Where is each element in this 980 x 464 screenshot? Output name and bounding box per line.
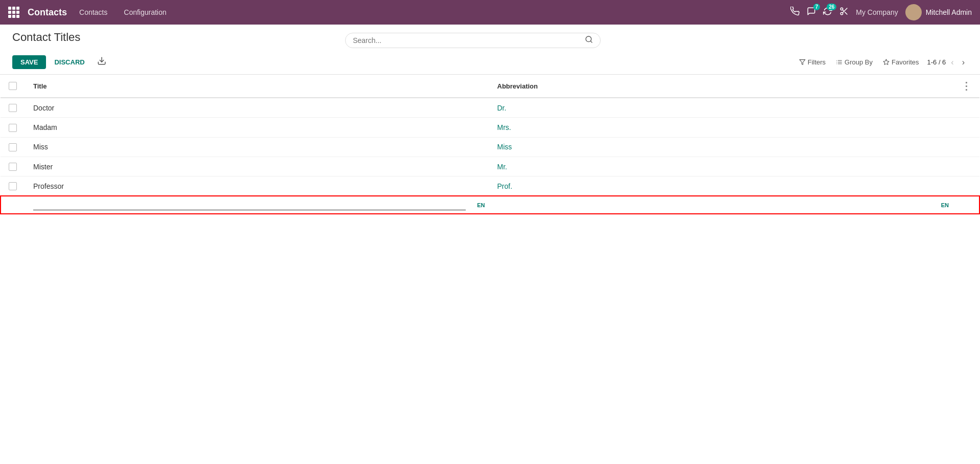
new-title-en-badge: EN	[477, 202, 485, 208]
row-options-cell	[953, 176, 979, 196]
new-row-options-cell	[953, 196, 979, 214]
svg-line-3	[845, 12, 847, 14]
new-title-input[interactable]	[33, 200, 466, 210]
favorites-label: Favorites	[892, 58, 919, 66]
col-options-header: ⋮	[953, 75, 979, 98]
new-abbr-input[interactable]	[497, 200, 930, 210]
row-checkbox[interactable]	[9, 143, 17, 151]
row-options-cell	[953, 98, 979, 118]
row-options-cell	[953, 157, 979, 176]
row-abbr: Mr.	[489, 157, 953, 176]
next-page-button[interactable]: ›	[959, 57, 968, 68]
row-title: Mister	[25, 157, 489, 176]
user-avatar	[905, 4, 922, 20]
contact-titles-table: Title Abbreviation ⋮ Doctor Dr. Madam	[0, 75, 980, 214]
pagination-text: 1-6 / 6	[927, 58, 946, 66]
phone-icon[interactable]	[790, 7, 800, 18]
row-checkbox-cell[interactable]	[1, 176, 25, 196]
svg-point-5	[910, 7, 917, 13]
search-input[interactable]	[353, 36, 585, 45]
new-row-checkbox-cell	[1, 196, 25, 214]
filters-label: Filters	[808, 58, 826, 66]
favorites-button[interactable]: Favorites	[879, 56, 923, 68]
new-row-title-cell[interactable]: EN	[25, 196, 489, 214]
prev-page-button[interactable]: ‹	[948, 57, 956, 68]
row-options-cell	[953, 137, 979, 157]
scissors-icon[interactable]	[839, 7, 849, 18]
row-checkbox-cell[interactable]	[1, 98, 25, 118]
search-button[interactable]	[585, 35, 593, 46]
column-options-icon[interactable]: ⋮	[961, 80, 971, 92]
row-checkbox-cell[interactable]	[1, 137, 25, 157]
page-title: Contact Titles	[12, 31, 80, 44]
app-grid-icon[interactable]	[8, 7, 19, 18]
row-title: Madam	[25, 118, 489, 137]
user-menu[interactable]: Mitchell Admin	[905, 4, 972, 20]
company-name[interactable]: My Company	[856, 8, 898, 16]
svg-point-6	[908, 14, 919, 19]
svg-marker-17	[883, 59, 889, 64]
filter-bar: Filters Group By Favorites	[795, 56, 923, 68]
row-abbr: Miss	[489, 137, 953, 157]
top-navigation: Contacts Contacts Configuration 7 26 My …	[0, 0, 980, 25]
activity-badge: 26	[827, 4, 836, 10]
row-checkbox-cell[interactable]	[1, 118, 25, 137]
col-header-abbr: Abbreviation	[489, 75, 953, 98]
chat-icon[interactable]: 7	[807, 7, 816, 18]
row-abbr: Dr.	[489, 98, 953, 118]
app-title: Contacts	[28, 7, 67, 18]
row-title: Doctor	[25, 98, 489, 118]
row-options-cell	[953, 118, 979, 137]
discard-button[interactable]: DISCARD	[50, 55, 88, 69]
select-all-checkbox-header[interactable]	[1, 75, 25, 98]
table-row: Miss Miss	[1, 137, 979, 157]
pagination: 1-6 / 6 ‹ ›	[927, 57, 968, 68]
svg-line-8	[590, 41, 592, 42]
save-button[interactable]: SAVE	[12, 55, 46, 69]
group-by-button[interactable]: Group By	[832, 56, 877, 68]
new-abbr-en-badge: EN	[941, 202, 949, 208]
table-row: Doctor Dr.	[1, 98, 979, 118]
row-checkbox[interactable]	[9, 104, 17, 112]
group-by-label: Group By	[845, 58, 873, 66]
table-row: Madam Mrs.	[1, 118, 979, 137]
table-row: Mister Mr.	[1, 157, 979, 176]
download-button[interactable]	[93, 54, 110, 70]
row-title: Miss	[25, 137, 489, 157]
new-row-abbr-cell[interactable]: EN	[489, 196, 953, 214]
nav-configuration-link[interactable]: Configuration	[120, 6, 170, 18]
row-checkbox-cell[interactable]	[1, 157, 25, 176]
svg-line-4	[842, 10, 844, 11]
row-abbr: Prof.	[489, 176, 953, 196]
row-title: Professor	[25, 176, 489, 196]
row-checkbox[interactable]	[9, 182, 17, 190]
filters-button[interactable]: Filters	[795, 56, 830, 68]
activity-icon[interactable]: 26	[823, 7, 832, 18]
select-all-checkbox[interactable]	[9, 82, 17, 90]
col-header-title: Title	[25, 75, 489, 98]
svg-marker-10	[800, 60, 805, 65]
row-checkbox[interactable]	[9, 124, 17, 132]
row-abbr: Mrs.	[489, 118, 953, 137]
table-row: Professor Prof.	[1, 176, 979, 196]
user-name: Mitchell Admin	[926, 8, 972, 16]
chat-badge: 7	[813, 4, 821, 10]
nav-contacts-link[interactable]: Contacts	[75, 6, 111, 18]
toolbar: SAVE DISCARD Filters Group By Favorites …	[0, 50, 980, 75]
table-wrapper: Title Abbreviation ⋮ Doctor Dr. Madam	[0, 75, 980, 214]
row-checkbox[interactable]	[9, 163, 17, 171]
main-content: Contact Titles SAVE DISCARD Filters	[0, 25, 980, 464]
new-row[interactable]: EN EN	[1, 196, 979, 214]
